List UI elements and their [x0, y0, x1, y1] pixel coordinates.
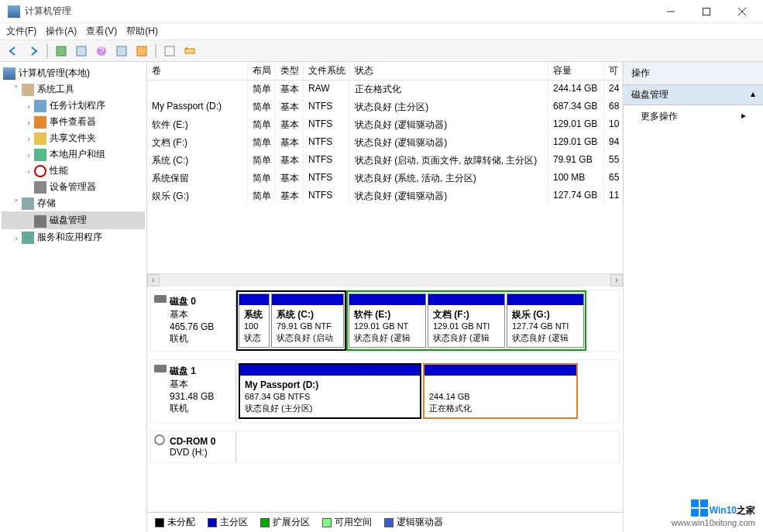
partition[interactable]: 系统100状态	[239, 293, 270, 348]
cdrom-icon	[154, 434, 165, 445]
navigation-tree[interactable]: 计算机管理(本地) ˅系统工具 ›任务计划程序 ›事件查看器 ›共享文件夹 ›本…	[0, 62, 147, 532]
table-row[interactable]: My Passport (D:) 简单基本NTFS 状态良好 (主分区)687.…	[147, 98, 623, 116]
minimize-button[interactable]	[653, 0, 689, 23]
volume-rows: 简单基本RAW 正在格式化244.14 GB24 My Passport (D:…	[147, 81, 623, 273]
settings-button[interactable]	[181, 43, 198, 60]
disk-row: 磁盘 0基本465.76 GB联机系统100状态系统 (C:)79.91 GB …	[150, 290, 620, 352]
svg-rect-1	[703, 8, 710, 15]
tree-event-viewer[interactable]: ›事件查看器	[2, 114, 145, 130]
back-button[interactable]	[5, 43, 22, 60]
disk-row: 磁盘 1基本931.48 GB联机My Passport (D:)687.34 …	[150, 359, 620, 423]
actions-header: 操作	[624, 62, 763, 85]
show-hide-tree-button[interactable]	[53, 43, 70, 60]
tree-device-manager[interactable]: 设备管理器	[2, 179, 145, 195]
menu-view[interactable]: 查看(V)	[86, 25, 117, 38]
disk-icon	[154, 295, 167, 303]
table-row[interactable]: 文档 (F:) 简单基本NTFS 状态良好 (逻辑驱动器)129.01 GB94	[147, 134, 623, 152]
watermark: Win10之家 www.win10xitong.com	[672, 496, 755, 527]
actions-section[interactable]: 磁盘管理▴	[624, 85, 763, 105]
toolbar-separator	[46, 44, 48, 58]
col-capacity[interactable]: 容量	[548, 62, 604, 80]
tree-disk-management[interactable]: 磁盘管理	[2, 211, 145, 229]
partition[interactable]: 244.14 GB正在格式化	[423, 363, 578, 419]
forward-button[interactable]	[25, 43, 42, 60]
tree-shared-folders[interactable]: ›共享文件夹	[2, 130, 145, 146]
toolbar-button-5[interactable]	[133, 43, 150, 60]
cdrom-row[interactable]: CD-ROM 0DVD (H:)	[150, 431, 620, 463]
tree-storage[interactable]: ˅存储	[2, 195, 145, 211]
legend-unallocated: 未分配	[155, 516, 195, 529]
close-button[interactable]	[724, 0, 760, 23]
svg-rect-11	[185, 49, 194, 53]
title-bar: 计算机管理	[0, 0, 763, 23]
tree-services[interactable]: ›服务和应用程序	[2, 229, 145, 245]
disk-graphical-view: 磁盘 0基本465.76 GB联机系统100状态系统 (C:)79.91 GB …	[147, 287, 623, 512]
help-button[interactable]: ?	[93, 43, 110, 60]
tree-system-tools[interactable]: ˅系统工具	[2, 81, 145, 98]
window-title: 计算机管理	[25, 5, 653, 18]
partition[interactable]: 娱乐 (G:)127.74 GB NTI状态良好 (逻辑	[507, 293, 584, 348]
svg-rect-5	[77, 46, 86, 56]
legend-extended: 扩展分区	[260, 516, 310, 529]
menu-bar: 文件(F) 操作(A) 查看(V) 帮助(H)	[0, 23, 763, 40]
col-volume[interactable]: 卷	[147, 62, 248, 80]
table-row[interactable]: 软件 (E:) 简单基本NTFS 状态良好 (逻辑驱动器)129.01 GB10	[147, 116, 623, 134]
legend-logical: 逻辑驱动器	[384, 516, 443, 529]
table-row[interactable]: 娱乐 (G:) 简单基本NTFS 状态良好 (逻辑驱动器)127.74 GB11	[147, 187, 623, 205]
partition[interactable]: 系统 (C:)79.91 GB NTF状态良好 (启动	[271, 293, 344, 348]
collapse-icon[interactable]: ▴	[751, 88, 755, 101]
legend-primary: 主分区	[208, 516, 248, 529]
partition[interactable]: 文档 (F:)129.01 GB NTI状态良好 (逻辑	[428, 293, 505, 348]
table-row[interactable]: 简单基本RAW 正在格式化244.14 GB24	[147, 81, 623, 98]
horizontal-scrollbar[interactable]: ‹ ›	[147, 273, 623, 286]
center-pane: 卷 布局 类型 文件系统 状态 容量 可 简单基本RAW 正在格式化244.14…	[147, 62, 624, 532]
col-filesystem[interactable]: 文件系统	[304, 62, 350, 80]
table-row[interactable]: 系统 (C:) 简单基本NTFS 状态良好 (启动, 页面文件, 故障转储, 主…	[147, 152, 623, 170]
scroll-left-icon[interactable]: ‹	[147, 274, 160, 287]
menu-help[interactable]: 帮助(H)	[126, 25, 158, 38]
col-free[interactable]: 可	[604, 62, 623, 80]
table-row[interactable]: 系统保留 简单基本NTFS 状态良好 (系统, 活动, 主分区)100 MB65	[147, 170, 623, 187]
main-content: 计算机管理(本地) ˅系统工具 ›任务计划程序 ›事件查看器 ›共享文件夹 ›本…	[0, 62, 763, 532]
toolbar-separator	[155, 44, 156, 58]
actions-more[interactable]: 更多操作▸	[624, 105, 763, 128]
partition[interactable]: 软件 (E:)129.01 GB NT状态良好 (逻辑	[349, 293, 426, 348]
menu-action[interactable]: 操作(A)	[46, 25, 77, 38]
svg-rect-10	[165, 46, 174, 56]
disk-info[interactable]: 磁盘 0基本465.76 GB联机	[151, 290, 236, 351]
refresh-button[interactable]	[161, 43, 178, 60]
tree-root[interactable]: 计算机管理(本地)	[2, 65, 145, 81]
maximize-button[interactable]	[689, 0, 724, 23]
chevron-right-icon: ▸	[741, 110, 746, 123]
svg-rect-9	[137, 46, 146, 56]
legend: 未分配 主分区 扩展分区 可用空间 逻辑驱动器	[147, 512, 623, 532]
toolbar: ?	[0, 40, 763, 62]
partition[interactable]: My Passport (D:)687.34 GB NTFS状态良好 (主分区)	[239, 363, 421, 419]
view-button-1[interactable]	[73, 43, 90, 60]
scroll-right-icon[interactable]: ›	[610, 274, 623, 287]
svg-rect-8	[117, 46, 126, 56]
volume-header-row: 卷 布局 类型 文件系统 状态 容量 可	[147, 62, 623, 81]
app-icon	[8, 5, 20, 18]
tree-local-users[interactable]: ›本地用户和组	[2, 146, 145, 163]
svg-rect-4	[57, 46, 66, 56]
menu-file[interactable]: 文件(F)	[6, 25, 36, 38]
col-layout[interactable]: 布局	[248, 62, 276, 80]
disk-icon	[154, 365, 167, 372]
col-status[interactable]: 状态	[350, 62, 548, 80]
windows-logo-icon	[691, 499, 708, 517]
col-type[interactable]: 类型	[276, 62, 304, 80]
volume-list: 卷 布局 类型 文件系统 状态 容量 可 简单基本RAW 正在格式化244.14…	[147, 62, 623, 287]
tree-performance[interactable]: ›性能	[2, 163, 145, 179]
svg-text:?: ?	[99, 46, 105, 57]
actions-pane: 操作 磁盘管理▴ 更多操作▸	[624, 62, 763, 532]
view-button-2[interactable]	[113, 43, 130, 60]
tree-task-scheduler[interactable]: ›任务计划程序	[2, 98, 145, 114]
legend-free: 可用空间	[322, 516, 372, 529]
disk-info[interactable]: 磁盘 1基本931.48 GB联机	[151, 360, 236, 422]
